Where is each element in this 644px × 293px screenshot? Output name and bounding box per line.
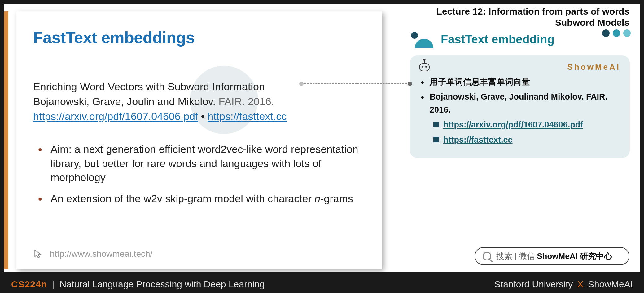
arxiv-link[interactable]: https://arxiv.org/pdf/1607.04606.pdf <box>443 120 583 129</box>
bullet-2a: An extension of the w2v skip-gram model … <box>50 193 314 204</box>
section-heading: FastText embedding <box>410 31 554 48</box>
search-pill[interactable]: 搜索 | 微信 ShowMeAI 研究中心 <box>475 247 629 265</box>
slide-title: FastText embeddings <box>33 28 195 47</box>
section-title: FastText embedding <box>441 33 554 46</box>
search-bold: ShowMeAI 研究中心 <box>537 251 612 262</box>
lecture-line1: Lecture 12: Information from parts of wo… <box>436 6 629 17</box>
venue-year-text: FAIR. 2016. <box>218 95 274 107</box>
university-name: Stanford University <box>494 279 573 289</box>
bullet-1: Aim: a next generation efficient word2ve… <box>44 142 361 185</box>
footer-x: X <box>577 279 584 289</box>
robot-icon <box>419 63 430 71</box>
search-prefix: 搜索 | 微信 <box>496 251 535 262</box>
dot-mid <box>613 29 620 37</box>
fasttext-link[interactable]: https://fasttext.cc <box>443 135 513 144</box>
citation-line-2: Bojanowski, Grave, Joulin and Mikolov. F… <box>33 95 361 109</box>
bullet-2c: -grams <box>320 193 353 204</box>
info-card: ShowMeAI 用子单词信息丰富单词向量 Bojanowski, Grave,… <box>410 55 630 158</box>
dot-light <box>623 29 631 37</box>
authors-text: Bojanowski, Grave, Joulin and Mikolov. <box>33 95 216 107</box>
brand-tag: ShowMeAI <box>567 62 620 72</box>
card-sublink-1: https://arxiv.org/pdf/1607.04606.pdf <box>430 118 620 131</box>
lecture-header: Lecture 12: Information from parts of wo… <box>436 6 629 28</box>
course-name: Natural Language Processing with Deep Le… <box>60 279 265 289</box>
footer-sep: | <box>52 279 55 289</box>
bottom-bar: CS224n | Natural Language Processing wit… <box>0 276 644 293</box>
card-item-2: Bojanowski, Grave, Joulinand Mikolov. FA… <box>419 91 620 147</box>
bullet-2b-italic: n <box>314 193 320 204</box>
cursor-icon <box>33 248 44 260</box>
card-sublist: https://arxiv.org/pdf/1607.04606.pdf htt… <box>430 118 620 147</box>
citation-links: https://arxiv.org/pdf/1607.04606.pdf • h… <box>33 109 361 124</box>
connector-dot-left <box>299 82 304 86</box>
bottom-right: Stanford University X ShowMeAI <box>494 279 633 290</box>
showmeai-name: ShowMeAI <box>588 279 633 289</box>
card-list: 用子单词信息丰富单词向量 Bojanowski, Grave, Joulinan… <box>419 76 620 147</box>
section-decoration-icon <box>410 31 435 48</box>
connector-dot-right <box>408 82 412 86</box>
footer-url: http://www.showmeai.tech/ <box>50 249 152 259</box>
citation-line-1: Enriching Word Vectors with Subword Info… <box>33 80 361 94</box>
bullet-2: An extension of the w2v skip-gram model … <box>44 192 361 206</box>
search-icon <box>483 252 491 260</box>
card-item-1: 用子单词信息丰富单词向量 <box>419 76 620 89</box>
slide-card: FastText embeddings Enriching Word Vecto… <box>16 11 382 269</box>
course-code: CS224n <box>11 279 47 289</box>
decorative-dots <box>602 29 631 37</box>
lecture-line2: Subword Models <box>436 17 629 28</box>
slide-body: Enriching Word Vectors with Subword Info… <box>33 80 361 213</box>
bottom-left: CS224n | Natural Language Processing wit… <box>11 279 265 290</box>
card-item-2-text: Bojanowski, Grave, Joulinand Mikolov. FA… <box>430 92 607 114</box>
slide-bullets: Aim: a next generation efficient word2ve… <box>33 142 361 206</box>
arxiv-link-slide[interactable]: https://arxiv.org/pdf/1607.04606.pdf <box>33 110 198 122</box>
main-frame: Lecture 12: Information from parts of wo… <box>3 3 641 273</box>
fasttext-link-slide[interactable]: https://fasttext.cc <box>208 110 287 122</box>
card-sublink-2: https://fasttext.cc <box>430 134 620 147</box>
orange-accent-bar <box>4 11 8 269</box>
card-top-row: ShowMeAI <box>419 62 620 72</box>
connector-line <box>301 83 410 84</box>
dot-dark <box>602 29 610 37</box>
slide-footer: http://www.showmeai.tech/ <box>33 248 152 260</box>
link-separator: • <box>201 110 205 122</box>
